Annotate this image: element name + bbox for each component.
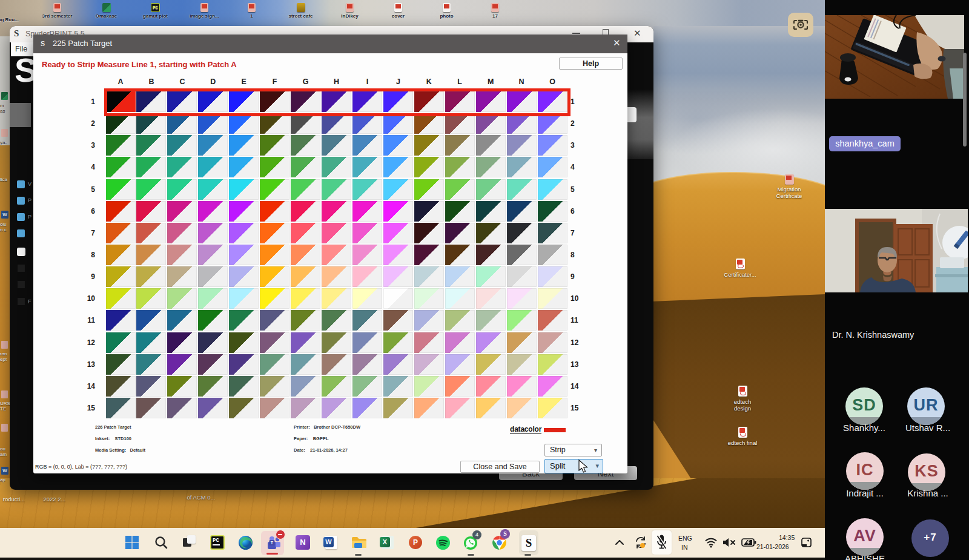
svg-text:T: T <box>271 541 274 545</box>
